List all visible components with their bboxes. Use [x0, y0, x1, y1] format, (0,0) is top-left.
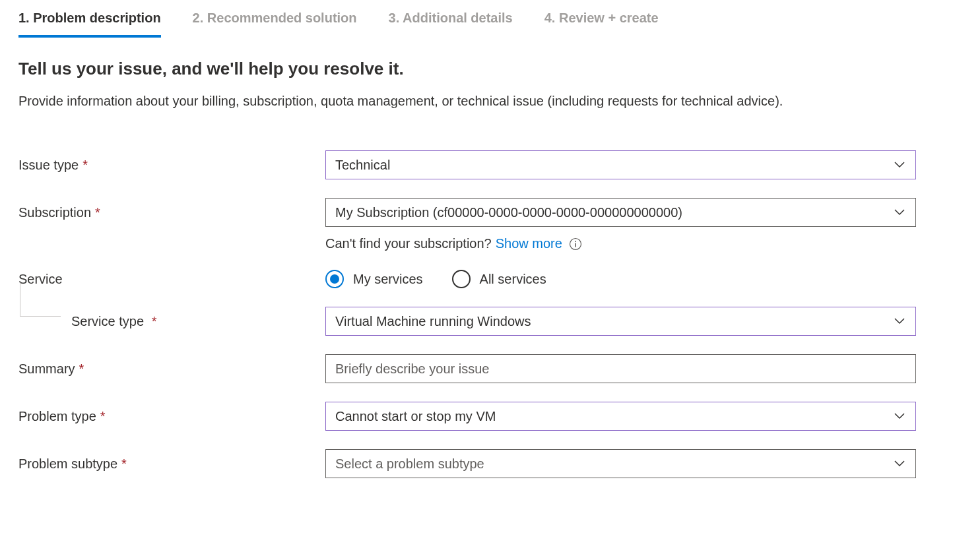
label-issue-type-text: Issue type	[18, 158, 79, 173]
row-problem-type: Problem type * Cannot start or stop my V…	[18, 402, 935, 431]
svg-rect-2	[575, 243, 576, 247]
label-service-type: Service type *	[18, 314, 325, 329]
label-service-type-text: Service type	[71, 314, 144, 328]
chevron-down-icon	[894, 458, 905, 470]
tab-additional-details[interactable]: 3. Additional details	[389, 5, 513, 36]
form-content: Tell us your issue, and we'll help you r…	[0, 36, 953, 494]
required-asterisk: *	[121, 456, 127, 472]
label-problem-type: Problem type *	[18, 409, 325, 424]
chevron-down-icon	[894, 410, 905, 422]
chevron-down-icon	[894, 206, 905, 218]
select-service-type-value: Virtual Machine running Windows	[335, 314, 531, 329]
row-subscription-helper: Can't find your subscription? Show more	[18, 236, 935, 251]
info-icon[interactable]	[569, 237, 582, 251]
required-asterisk: *	[82, 158, 88, 173]
required-asterisk: *	[79, 361, 84, 377]
label-problem-subtype: Problem subtype *	[18, 456, 325, 472]
label-subscription-text: Subscription	[18, 205, 91, 220]
row-summary: Summary *	[18, 354, 935, 383]
radio-all-services[interactable]: All services	[452, 270, 546, 288]
label-issue-type: Issue type *	[18, 158, 325, 173]
subscription-helper: Can't find your subscription? Show more	[325, 236, 916, 251]
label-summary: Summary *	[18, 361, 325, 377]
page-subheading: Provide information about your billing, …	[18, 91, 929, 111]
row-service-type: Service type * Virtual Machine running W…	[18, 307, 935, 336]
select-subscription[interactable]: My Subscription (cf00000-0000-0000-0000-…	[325, 198, 916, 227]
select-problem-subtype[interactable]: Select a problem subtype	[325, 449, 916, 478]
show-more-link[interactable]: Show more	[496, 236, 562, 251]
radio-all-services-label: All services	[480, 272, 546, 287]
radio-group-service: My services All services	[325, 270, 916, 288]
label-summary-text: Summary	[18, 361, 75, 377]
subscription-helper-prefix: Can't find your subscription?	[325, 236, 492, 251]
select-subscription-value: My Subscription (cf00000-0000-0000-0000-…	[335, 205, 682, 220]
row-problem-subtype: Problem subtype * Select a problem subty…	[18, 449, 935, 478]
page-heading: Tell us your issue, and we'll help you r…	[18, 59, 935, 79]
row-issue-type: Issue type * Technical	[18, 150, 935, 179]
label-problem-subtype-text: Problem subtype	[18, 456, 117, 472]
tab-review-create[interactable]: 4. Review + create	[544, 5, 659, 36]
required-asterisk: *	[95, 205, 100, 220]
tree-connector-icon	[20, 282, 61, 317]
select-problem-type-value: Cannot start or stop my VM	[335, 409, 496, 424]
radio-indicator	[325, 270, 344, 288]
select-problem-type[interactable]: Cannot start or stop my VM	[325, 402, 916, 431]
required-asterisk: *	[152, 314, 157, 328]
label-problem-type-text: Problem type	[18, 409, 96, 424]
svg-point-1	[575, 241, 576, 242]
tab-problem-description[interactable]: 1. Problem description	[18, 5, 161, 38]
input-summary[interactable]	[325, 354, 916, 383]
select-service-type[interactable]: Virtual Machine running Windows	[325, 307, 916, 336]
radio-my-services-label: My services	[353, 272, 423, 287]
select-problem-subtype-placeholder: Select a problem subtype	[335, 456, 484, 472]
tab-recommended-solution[interactable]: 2. Recommended solution	[193, 5, 357, 36]
row-subscription: Subscription * My Subscription (cf00000-…	[18, 198, 935, 227]
select-issue-type[interactable]: Technical	[325, 150, 916, 179]
label-service: Service	[18, 272, 325, 287]
wizard-tabs: 1. Problem description 2. Recommended so…	[0, 0, 953, 36]
radio-my-services[interactable]: My services	[325, 270, 423, 288]
row-service: Service My services All services	[18, 270, 935, 288]
required-asterisk: *	[100, 409, 106, 424]
select-issue-type-value: Technical	[335, 158, 390, 173]
chevron-down-icon	[894, 315, 905, 327]
radio-indicator	[452, 270, 471, 288]
chevron-down-icon	[894, 159, 905, 171]
label-subscription: Subscription *	[18, 205, 325, 220]
